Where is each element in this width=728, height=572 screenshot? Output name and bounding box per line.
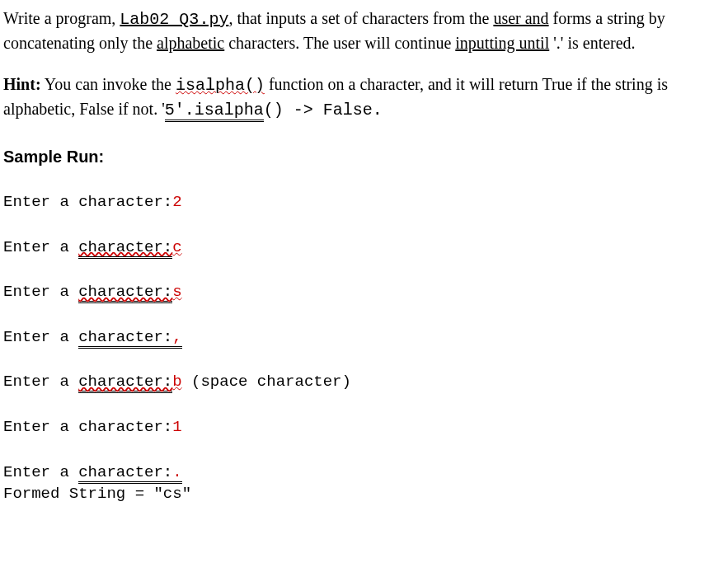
text: characters. The user will continue xyxy=(224,34,455,52)
sample-run-heading: Sample Run: xyxy=(3,145,725,168)
char-word: character: xyxy=(78,283,172,303)
prompt-prefix: Enter a xyxy=(3,283,78,301)
text: , that inputs a set of characters from t… xyxy=(228,9,493,27)
sample-line-3: Enter a character:s xyxy=(3,281,725,303)
text: alphabetic xyxy=(157,34,224,52)
sample-line-5: Enter a character:b (space character) xyxy=(3,371,725,393)
text: user and xyxy=(493,9,548,27)
sample-line-2: Enter a character:c xyxy=(3,237,725,259)
instruction-paragraph: Write a program, Lab02_Q3.py, that input… xyxy=(3,7,725,54)
user-input: s xyxy=(172,283,181,301)
char-word: character: xyxy=(78,463,172,484)
hint-label: Hint: xyxy=(3,75,41,93)
text: You can invoke the xyxy=(41,75,176,93)
user-input: , xyxy=(172,328,181,349)
prompt-prefix: Enter a xyxy=(3,238,78,256)
function-name: isalpha() xyxy=(176,76,265,95)
sample-line-4: Enter a character:, xyxy=(3,326,725,349)
user-input: . xyxy=(172,463,181,484)
user-input: 2 xyxy=(172,193,181,211)
sample-line-6: Enter a character:1 xyxy=(3,416,725,438)
note: (space character) xyxy=(182,373,351,391)
text: Write a program, xyxy=(3,9,120,27)
user-input: 1 xyxy=(172,418,181,436)
char-word: character: xyxy=(78,238,172,259)
text: () -> False. xyxy=(264,101,383,120)
filename: Lab02_Q3.py xyxy=(120,10,228,29)
prompt: Enter a character: xyxy=(3,418,172,436)
prompt-prefix: Enter a xyxy=(3,463,78,481)
text: '.' is entered. xyxy=(549,34,635,52)
prompt-prefix: Enter a xyxy=(3,328,78,346)
user-input: b xyxy=(172,373,181,391)
prompt: Enter a character: xyxy=(3,193,172,211)
char-word: character: xyxy=(78,373,172,393)
code-snippet: 5'.isalpha xyxy=(165,101,264,122)
formed-string-output: Formed String = "cs" xyxy=(3,483,725,505)
sample-line-1: Enter a character:2 xyxy=(3,191,725,213)
user-input: c xyxy=(172,238,181,256)
prompt-prefix: Enter a xyxy=(3,373,78,391)
text: inputting until xyxy=(455,34,549,52)
sample-line-7: Enter a character:. xyxy=(3,462,725,484)
hint-paragraph: Hint: You can invoke the isalpha() funct… xyxy=(3,73,725,122)
char-word: character: xyxy=(78,328,172,349)
